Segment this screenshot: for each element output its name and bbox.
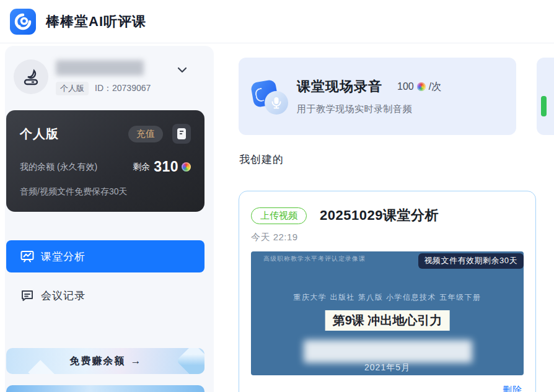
user-profile[interactable]: 个人版 ID：20739067 <box>6 59 204 98</box>
tool-card-partial[interactable] <box>537 58 554 135</box>
sidebar-item-classroom-analysis[interactable]: 课堂分析 <box>6 240 204 272</box>
user-id: ID：20739067 <box>95 83 151 94</box>
item-timestamp: 今天 22:19 <box>251 232 524 243</box>
chevron-down-icon[interactable] <box>177 64 187 76</box>
page: 棒棒堂AI听评课 个人版 ID：20739067 <box>0 0 554 392</box>
thumb-lesson-title: 第9课 冲出地心引力 <box>325 310 450 331</box>
sidebar-item-label: 课堂分析 <box>41 250 86 264</box>
analysis-item-card[interactable]: 上传视频 20251029课堂分析 今天 22:19 高级职称教学水平考评认定录… <box>239 191 536 392</box>
app-title: 棒棒堂AI听评课 <box>46 12 146 31</box>
expiry-badge: 视频文件有效期剩余30天 <box>418 253 524 269</box>
tool-card-title: 课堂现场录音 <box>297 77 382 96</box>
sidebar: 个人版 ID：20739067 个人版 充值 <box>5 46 214 392</box>
remain-label: 剩余 <box>133 162 150 173</box>
arrow-right-icon: → <box>131 355 141 367</box>
thumb-watermark-text: 高级职称教学水平考评认定录像课 <box>263 255 366 263</box>
earn-balance-button[interactable]: 免费赚余额 → <box>6 348 204 374</box>
section-title: 我创建的 <box>239 152 284 167</box>
user-plan-badge: 个人版 <box>56 82 89 95</box>
analysis-board-icon <box>20 249 35 264</box>
app-logo-icon <box>10 9 36 35</box>
app-header: 棒棒堂AI听评课 <box>0 0 554 43</box>
tool-card-price: 100 /次 <box>397 81 441 94</box>
tool-card-live-recording[interactable]: 课堂现场录音 100 /次 用于教学现场实时录制音频 <box>239 58 516 135</box>
balance-label: 我的余额 (永久有效) <box>20 162 97 173</box>
storage-note: 音频/视频文件免费保存30天 <box>20 186 191 198</box>
upload-video-badge: 上传视频 <box>251 207 307 224</box>
candy-coin-icon <box>417 82 426 91</box>
thumb-publisher-line: 重庆大学 出版社 第八版 小学信息技术 五年级下册 <box>251 292 524 303</box>
sidebar-item-meeting-records[interactable]: 会议记录 <box>6 282 204 308</box>
microphone-icon <box>252 79 288 115</box>
sidebar-item-label: 会议记录 <box>41 289 86 303</box>
bill-icon-button[interactable] <box>172 124 191 144</box>
balance-value: 310 <box>154 159 178 175</box>
item-title: 20251029课堂分析 <box>320 206 439 225</box>
thumb-redacted-block <box>304 340 472 363</box>
upload-video-icon-partial <box>541 96 547 116</box>
thumb-date: 2021年5月 <box>251 362 524 373</box>
avatar <box>14 59 48 94</box>
video-thumbnail[interactable]: 高级职称教学水平考评认定录像课 视频文件有效期剩余30天 重庆大学 出版社 第八… <box>251 251 524 375</box>
chat-bubble-icon <box>20 288 35 303</box>
promo-card-partial[interactable] <box>6 385 204 392</box>
user-name-redacted <box>56 60 144 76</box>
plan-card-title: 个人版 <box>20 126 59 142</box>
recharge-button[interactable]: 充值 <box>128 126 163 142</box>
candy-coin-icon <box>182 162 191 172</box>
delete-button[interactable]: 删除 <box>503 385 522 392</box>
tool-card-desc: 用于教学现场实时录制音频 <box>297 103 441 115</box>
plan-card: 个人版 充值 我的余额 (永久有效) 剩余 310 音频/视频文件免费 <box>6 110 204 212</box>
